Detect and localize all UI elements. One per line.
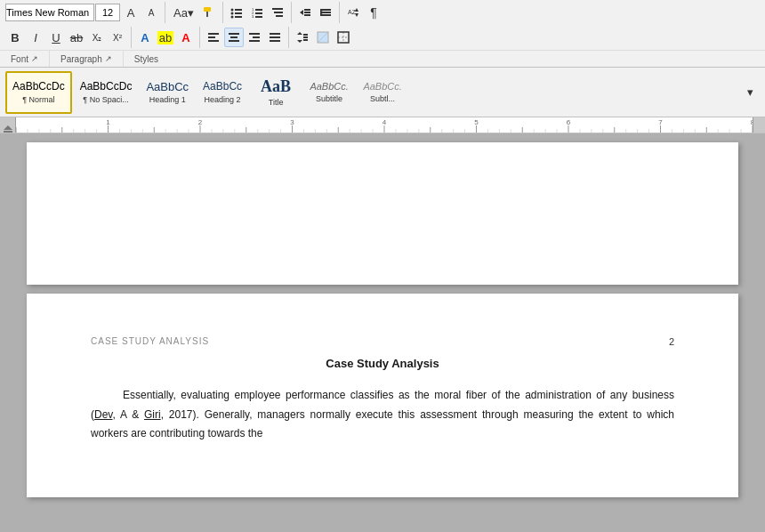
separator3 bbox=[291, 2, 292, 23]
svg-rect-33 bbox=[229, 40, 239, 42]
citation-dev: Dev bbox=[94, 408, 112, 421]
subscript-button[interactable]: X₂ bbox=[87, 28, 107, 47]
ruler: 12345678 bbox=[0, 117, 765, 133]
styles-scroll-button[interactable]: ▾ bbox=[740, 83, 760, 102]
align-left-button[interactable] bbox=[204, 28, 223, 47]
bold-button[interactable]: B bbox=[5, 28, 25, 47]
sort-button[interactable]: AZ bbox=[343, 3, 363, 22]
bullet-list-button[interactable] bbox=[227, 3, 246, 22]
format-painter-button[interactable] bbox=[199, 3, 219, 22]
svg-rect-15 bbox=[274, 12, 283, 13]
style-h2-preview: AaBbCc bbox=[203, 80, 242, 93]
page-body[interactable]: Essentially, evaluating employee perform… bbox=[91, 386, 674, 444]
numbered-list-button[interactable]: 1. 2. 3. bbox=[247, 3, 267, 22]
separator1 bbox=[165, 2, 165, 23]
paragraph-dialog-launcher[interactable]: ↗ bbox=[105, 54, 112, 63]
style-h1-preview: AaBbCc bbox=[146, 80, 189, 94]
style-h2-label: Heading 2 bbox=[205, 95, 241, 104]
svg-marker-50 bbox=[4, 125, 12, 130]
indent-increase-button[interactable] bbox=[316, 3, 335, 22]
svg-rect-9 bbox=[255, 9, 262, 11]
align-center-button[interactable] bbox=[224, 28, 244, 47]
ruler-gray-left bbox=[0, 117, 16, 133]
style-subtle-emph[interactable]: AaBbCc. Subtl... bbox=[357, 71, 408, 114]
ribbon: A A Aa▾ 1. bbox=[0, 0, 765, 117]
svg-text:5: 5 bbox=[474, 118, 479, 126]
ruler-inner: 12345678 bbox=[0, 117, 765, 133]
style-heading2[interactable]: AaBbCc Heading 2 bbox=[197, 71, 248, 114]
svg-marker-40 bbox=[297, 32, 302, 35]
text-effects-button[interactable]: A bbox=[135, 28, 155, 47]
line-spacing-button[interactable] bbox=[293, 28, 312, 47]
svg-rect-18 bbox=[304, 9, 310, 11]
separator5 bbox=[131, 27, 132, 48]
svg-text:1: 1 bbox=[106, 118, 110, 126]
style-normal-preview: AaBbCcDc bbox=[12, 80, 65, 93]
svg-text:4: 4 bbox=[382, 118, 387, 126]
svg-rect-3 bbox=[235, 9, 242, 11]
svg-rect-16 bbox=[276, 15, 283, 17]
sort-icon: AZ bbox=[347, 6, 359, 19]
svg-rect-24 bbox=[320, 14, 331, 16]
italic-button[interactable]: I bbox=[26, 28, 45, 47]
align-center-icon bbox=[228, 31, 240, 44]
styles-gallery: AaBbCcDc ¶ Normal AaBbCcDc ¶ No Spaci...… bbox=[0, 68, 765, 117]
style-subtitle[interactable]: AaBbCc. Subtitle bbox=[303, 71, 355, 114]
change-case-button[interactable]: Aa▾ bbox=[169, 3, 198, 22]
justify-button[interactable] bbox=[265, 28, 285, 47]
svg-rect-39 bbox=[270, 40, 280, 42]
underline-button[interactable]: U bbox=[46, 28, 66, 47]
style-title-preview: AaB bbox=[261, 77, 291, 97]
indent-decrease-button[interactable] bbox=[295, 3, 315, 22]
svg-rect-30 bbox=[208, 40, 219, 42]
pilcrow-icon: ¶ bbox=[370, 5, 377, 20]
svg-rect-1 bbox=[206, 12, 208, 17]
borders-icon bbox=[337, 31, 350, 44]
svg-rect-20 bbox=[304, 14, 310, 16]
separator2 bbox=[222, 2, 223, 23]
svg-rect-7 bbox=[235, 16, 242, 18]
align-right-button[interactable] bbox=[245, 28, 264, 47]
style-no-spacing[interactable]: AaBbCcDc ¶ No Spaci... bbox=[74, 71, 139, 114]
separator6 bbox=[199, 27, 200, 48]
svg-rect-32 bbox=[230, 36, 238, 38]
style-heading1[interactable]: AaBbCc Heading 1 bbox=[140, 71, 195, 114]
svg-rect-19 bbox=[304, 12, 310, 13]
svg-text:3.: 3. bbox=[252, 14, 254, 19]
font-name-input[interactable] bbox=[5, 4, 94, 21]
ribbon-section-labels: Font ↗ Paragraph ↗ Styles bbox=[0, 50, 765, 68]
body-paragraph-1: Essentially, evaluating employee perform… bbox=[91, 386, 674, 444]
style-normal[interactable]: AaBbCcDc ¶ Normal bbox=[5, 71, 72, 114]
style-subtitle-preview: AaBbCc. bbox=[310, 81, 348, 93]
font-dialog-launcher[interactable]: ↗ bbox=[31, 54, 38, 63]
ribbon-row2: B I U ab X₂ X² A ab A bbox=[0, 25, 765, 50]
strikethrough-button[interactable]: ab bbox=[67, 28, 86, 47]
page-1 bbox=[27, 142, 738, 285]
multilevel-list-button[interactable] bbox=[268, 3, 287, 22]
borders-button[interactable] bbox=[334, 28, 353, 47]
font-grow-button[interactable]: A bbox=[121, 3, 141, 22]
style-title[interactable]: AaB Title bbox=[250, 71, 302, 114]
style-subtitle-label: Subtitle bbox=[316, 94, 342, 103]
ruler-gray-right bbox=[753, 117, 765, 133]
ruler-indent-marker bbox=[0, 117, 16, 133]
font-color-button[interactable]: A bbox=[176, 28, 196, 47]
svg-rect-42 bbox=[303, 34, 308, 36]
style-nospace-label: ¶ No Spaci... bbox=[83, 95, 128, 104]
style-nospace-preview: AaBbCcDc bbox=[80, 80, 133, 93]
indent-decrease-icon bbox=[299, 6, 311, 19]
ruler-white: 12345678 bbox=[16, 117, 753, 133]
style-title-label: Title bbox=[269, 98, 284, 107]
page-2[interactable]: CASE STUDY ANALYSIS 2 Case Study Analysi… bbox=[27, 294, 738, 497]
svg-rect-37 bbox=[270, 33, 280, 35]
font-shrink-button[interactable]: A bbox=[141, 3, 161, 22]
font-size-input[interactable] bbox=[95, 4, 120, 21]
svg-text:2: 2 bbox=[198, 118, 203, 126]
text-highlight-button[interactable]: ab bbox=[156, 28, 175, 47]
shading-icon bbox=[317, 31, 329, 44]
show-formatting-button[interactable]: ¶ bbox=[364, 3, 383, 22]
separator4 bbox=[339, 2, 340, 23]
shading-button[interactable] bbox=[313, 28, 333, 47]
superscript-button[interactable]: X² bbox=[108, 28, 127, 47]
page-header-text: CASE STUDY ANALYSIS bbox=[91, 336, 209, 346]
